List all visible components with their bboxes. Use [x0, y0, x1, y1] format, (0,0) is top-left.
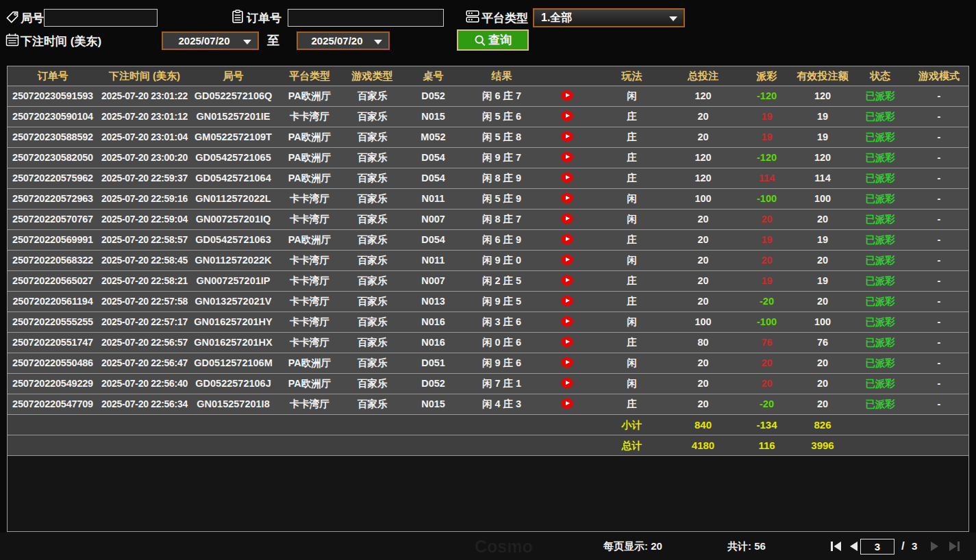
- round-number-label: 局号: [21, 9, 44, 27]
- cell-result: 闲 8 庄 9: [466, 168, 538, 188]
- cell-replay: [538, 271, 597, 291]
- play-icon[interactable]: [561, 398, 573, 409]
- platform-type-select[interactable]: 1.全部: [533, 8, 685, 27]
- cell-total-bet: 100: [667, 312, 739, 332]
- cell-bet-on: 庄: [597, 230, 667, 250]
- cell-total-bet: 20: [667, 230, 739, 250]
- cell-total-bet: 20: [667, 394, 739, 414]
- table-row: 2507202205729632025-07-20 22:59:16GN0112…: [8, 189, 968, 209]
- bet-records-window: 局号 订单号 平台类型 1.全部 下注时间 (美东) 2025/07/20 至 …: [0, 0, 976, 560]
- cell-valid-bet: 20: [794, 292, 851, 311]
- play-icon[interactable]: [561, 90, 573, 101]
- cell-bet-on: 闲: [597, 251, 667, 270]
- cell-result: 闲 6 庄 7: [466, 86, 538, 106]
- play-icon[interactable]: [561, 214, 573, 224]
- round-number-input[interactable]: [44, 9, 158, 27]
- cell-game-type: 百家乐: [344, 127, 401, 147]
- cell-platform: PA欧洲厅: [275, 168, 344, 188]
- cell-valid-bet: 20: [794, 353, 851, 373]
- cell-table-no: M052: [401, 127, 466, 147]
- search-button-label: 查询: [488, 32, 512, 48]
- cell-bet-on: 庄: [597, 394, 667, 414]
- platform-type-label: 平台类型: [481, 9, 528, 27]
- subtotal-row-cell: 小计: [597, 415, 667, 435]
- cell-platform: PA欧洲厅: [275, 353, 344, 373]
- play-icon[interactable]: [561, 111, 573, 121]
- cell-valid-bet: 19: [794, 107, 851, 127]
- cell-payout: 114: [739, 168, 794, 188]
- cell-game-mode: -: [910, 312, 968, 332]
- play-icon[interactable]: [561, 152, 573, 162]
- cell-game-mode: -: [910, 148, 968, 168]
- play-icon[interactable]: [561, 234, 573, 244]
- cell-bet-on: 闲: [597, 189, 667, 209]
- column-header: 有效投注额: [794, 66, 851, 86]
- total-row-cell: [910, 435, 968, 455]
- play-icon[interactable]: [561, 357, 573, 368]
- cell-game-type: 百家乐: [344, 107, 401, 127]
- cell-total-bet: 20: [667, 251, 739, 270]
- cell-table-no: D051: [401, 353, 466, 373]
- previous-page-button[interactable]: [848, 541, 860, 552]
- cell-valid-bet: 100: [794, 312, 851, 332]
- cell-payout: -120: [739, 148, 794, 168]
- cell-payout: -120: [739, 86, 794, 106]
- play-icon[interactable]: [561, 316, 573, 327]
- cell-round-no: GD05425721064: [191, 168, 275, 188]
- play-icon[interactable]: [561, 378, 573, 388]
- cell-payout: -100: [739, 312, 794, 332]
- table-row: 2507202305820502025-07-20 23:00:20GD0542…: [8, 148, 968, 168]
- cell-round-no: GD0522572106J: [191, 374, 275, 394]
- cell-order-no: 250720220569991: [8, 230, 98, 250]
- cell-status: 已派彩: [851, 148, 910, 168]
- play-icon[interactable]: [561, 193, 573, 203]
- date-from-picker[interactable]: 2025/07/20: [162, 31, 259, 50]
- total-row-cell: [466, 435, 538, 455]
- cell-game-mode: -: [910, 292, 968, 311]
- column-header: 派彩: [739, 66, 794, 86]
- order-number-input[interactable]: [288, 9, 444, 27]
- cell-bet-time: 2025-07-20 22:58:45: [98, 251, 191, 270]
- last-page-button[interactable]: [948, 541, 960, 552]
- cell-bet-time: 2025-07-20 22:56:47: [98, 353, 191, 373]
- cell-game-mode: -: [910, 127, 968, 147]
- play-icon[interactable]: [561, 131, 573, 142]
- play-icon[interactable]: [561, 296, 573, 306]
- cell-valid-bet: 20: [794, 209, 851, 229]
- table-row: 2507202205699912025-07-20 22:58:57GD0542…: [8, 230, 968, 251]
- cell-result: 闲 7 庄 1: [466, 374, 538, 394]
- cell-game-mode: -: [910, 251, 968, 270]
- cell-order-no: 250720220565027: [8, 271, 98, 291]
- cell-round-no: GN016257201HX: [191, 333, 275, 353]
- next-page-button[interactable]: [929, 541, 942, 552]
- play-icon[interactable]: [561, 255, 573, 265]
- subtotal-row-cell: [191, 415, 275, 435]
- cell-replay: [538, 209, 597, 229]
- cell-game-mode: -: [910, 353, 968, 373]
- table-row: 2507202205552552025-07-20 22:57:17GN0162…: [8, 312, 968, 333]
- table-row: 2507202305915932025-07-20 23:01:22GD0522…: [8, 86, 968, 107]
- platform-type-value: 1.全部: [541, 12, 572, 23]
- play-icon[interactable]: [561, 275, 573, 285]
- subtotal-row-cell: [538, 415, 597, 435]
- cell-game-mode: -: [910, 394, 968, 414]
- cell-result: 闲 3 庄 6: [466, 312, 538, 332]
- page-number-input[interactable]: [860, 539, 894, 555]
- play-icon[interactable]: [561, 337, 573, 347]
- subtotal-row: 小计840-134826: [8, 415, 968, 435]
- cell-bet-time: 2025-07-20 22:58:57: [98, 230, 191, 250]
- play-icon[interactable]: [561, 173, 573, 183]
- cell-order-no: 250720220561194: [8, 292, 98, 311]
- cell-table-no: N007: [401, 271, 466, 291]
- first-page-button[interactable]: [830, 541, 842, 552]
- cell-status: 已派彩: [851, 271, 910, 291]
- bet-time-label: 下注时间 (美东): [21, 32, 101, 51]
- cell-game-mode: -: [910, 168, 968, 188]
- cell-table-no: N013: [401, 292, 466, 311]
- cell-order-no: 250720220570767: [8, 209, 98, 229]
- server-icon: [466, 10, 479, 23]
- search-button[interactable]: 查询: [457, 29, 529, 51]
- cell-round-no: GN007257201IP: [191, 271, 275, 291]
- cell-round-no: GD0512572106M: [191, 353, 275, 373]
- date-to-picker[interactable]: 2025/07/20: [297, 31, 390, 50]
